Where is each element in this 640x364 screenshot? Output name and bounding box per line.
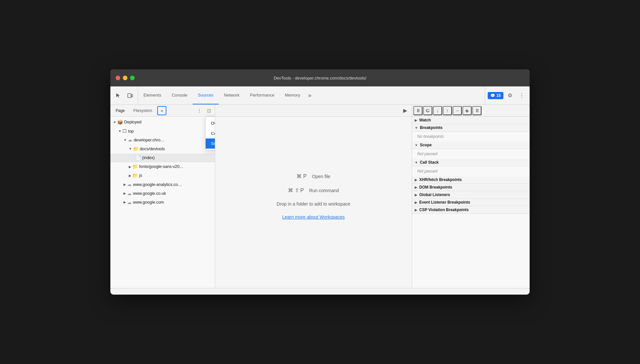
pause-exceptions-button[interactable]: ⏸ — [472, 106, 481, 115]
tree-item-js[interactable]: ▶ 📁 js — [110, 171, 215, 180]
breakpoints-section-header[interactable]: ▼ Breakpoints — [412, 124, 530, 132]
dom-label: DOM Breakpoints — [419, 185, 452, 190]
right-panel: ⏸ ↓ ↑ → ◈ ⏸ ▶ Watch ▼ Breakpoints — [412, 105, 530, 288]
sidebar-tab-page[interactable]: Page — [112, 107, 129, 114]
dropdown-item-snippets[interactable]: Snippets — [206, 138, 215, 149]
globe-icon-co-uk: ☁ — [127, 190, 132, 198]
status-bar — [110, 288, 530, 295]
inspect-element-button[interactable] — [113, 90, 123, 101]
tab-elements[interactable]: Elements — [138, 86, 166, 104]
toolbar-left — [113, 86, 138, 104]
tree-item-docs-devtools[interactable]: ▼ 📁 docs/devtools — [110, 145, 215, 154]
call-stack-section-header[interactable]: ▼ Call Stack — [412, 159, 530, 166]
file-icon-index: 📄 — [135, 154, 141, 162]
folder-icon-js: 📁 — [132, 172, 138, 180]
shortcut1-desc: Open file — [312, 174, 330, 179]
more-options-button[interactable]: ⋮ — [517, 90, 527, 101]
step-out-button[interactable]: ↑ — [443, 106, 452, 115]
more-options-icon[interactable]: ⋮ — [195, 106, 204, 115]
devtools-window: DevTools - developer.chrome.com/docs/dev… — [110, 69, 530, 295]
tree-label-developer-chrome: developer.chro… — [134, 136, 165, 144]
file-tree: ▼ 📦 Deployed ▼ ☐ top ▼ ☁ developer.chro… — [110, 117, 215, 208]
scope-arrow: ▼ — [415, 143, 418, 147]
dom-breakpoints-header[interactable]: ▶ DOM Breakpoints — [412, 184, 530, 191]
tree-label-fonts: fonts/google-sans-v20… — [139, 163, 184, 171]
titlebar: DevTools - developer.chrome.com/docs/dev… — [110, 69, 530, 86]
tree-item-google-analytics[interactable]: ▶ ☁ www.google-analytics.co… — [110, 180, 215, 189]
scope-content: Not paused — [412, 149, 530, 159]
settings-button[interactable]: ⚙ — [505, 90, 515, 101]
xhr-label: XHR/fetch Breakpoints — [419, 177, 462, 182]
maximize-button[interactable] — [130, 76, 135, 80]
pause-button[interactable]: ⏸ — [413, 106, 423, 115]
deactivate-button[interactable]: ◈ — [462, 106, 472, 115]
toolbar-right: 💬 15 ⚙ ⋮ — [485, 86, 527, 104]
tree-arrow-google-co-uk: ▶ — [123, 191, 126, 196]
watch-arrow: ▶ — [415, 118, 417, 122]
more-tabs-button[interactable]: » — [306, 86, 314, 104]
tree-item-google-co-uk[interactable]: ▶ ☁ www.google.co.uk — [110, 189, 215, 198]
xhr-breakpoints-header[interactable]: ▶ XHR/fetch Breakpoints — [412, 176, 530, 184]
badge-count: 15 — [497, 93, 501, 98]
sidebar-extra-buttons: ⋮ ◫ — [195, 106, 214, 115]
call-stack-label: Call Stack — [420, 160, 439, 165]
tree-label-top: top — [128, 128, 134, 135]
tree-item-developer-chrome[interactable]: ▼ ☁ developer.chro… — [110, 136, 215, 144]
shortcut-open-file: ⌘ P Open file — [296, 173, 330, 179]
tree-label-google-analytics: www.google-analytics.co… — [133, 181, 182, 189]
learn-workspaces-link[interactable]: Learn more about Workspaces — [282, 214, 345, 220]
cube-icon: 📦 — [117, 118, 123, 126]
close-button[interactable] — [116, 76, 120, 80]
dropdown-item-overrides[interactable]: Overrides — [206, 118, 215, 128]
tree-arrow-google-com: ▶ — [123, 199, 126, 205]
folder-icon-docs: 📁 — [133, 145, 139, 153]
center-toolbar-btn[interactable]: ▶ — [400, 105, 410, 116]
tree-item-google-com[interactable]: ▶ ☁ www.google.com — [110, 198, 215, 207]
frame-icon: ☐ — [122, 127, 127, 135]
event-listener-breakpoints-header[interactable]: ▶ Event Listener Breakpoints — [412, 199, 530, 206]
scope-label: Scope — [420, 143, 432, 147]
device-toggle-button[interactable] — [125, 90, 135, 101]
tree-arrow-deployed: ▼ — [113, 119, 116, 125]
tree-label-google-com: www.google.com — [133, 199, 164, 206]
notifications-badge[interactable]: 💬 15 — [488, 92, 503, 99]
tab-network[interactable]: Network — [219, 86, 245, 104]
minimize-button[interactable] — [123, 76, 127, 80]
tab-performance[interactable]: Performance — [245, 86, 279, 104]
tree-arrow-developer-chrome: ▼ — [123, 137, 127, 143]
sidebar-tab-filesystem[interactable]: Filesystem — [129, 107, 156, 114]
sidebar-tabs: Page Filesystem » ⋮ ◫ Overrides Content … — [110, 105, 215, 117]
sidebar-more-button[interactable]: » — [157, 106, 166, 115]
step-over-button[interactable] — [423, 106, 432, 115]
tree-arrow-fonts: ▶ — [129, 164, 131, 170]
tab-memory[interactable]: Memory — [280, 86, 306, 104]
tree-arrow-js: ▶ — [129, 173, 131, 179]
tree-item-deployed[interactable]: ▼ 📦 Deployed — [110, 118, 215, 127]
scope-section-header[interactable]: ▼ Scope — [412, 141, 530, 149]
tab-sources[interactable]: Sources — [193, 86, 219, 104]
tree-item-fonts[interactable]: ▶ 📁 fonts/google-sans-v20… — [110, 162, 215, 171]
center-toolbar: ▶ — [215, 105, 412, 117]
folder-icon-fonts: 📁 — [132, 163, 138, 171]
tree-label-docs-devtools: docs/devtools — [140, 145, 165, 153]
global-listeners-header[interactable]: ▶ Global Listeners — [412, 191, 530, 199]
watch-label: Watch — [419, 118, 431, 122]
window-title: DevTools - developer.chrome.com/docs/dev… — [116, 76, 524, 81]
step-button[interactable]: → — [453, 106, 462, 115]
globe-icon: ☁ — [128, 136, 132, 144]
tab-console[interactable]: Console — [166, 86, 193, 104]
csp-violation-breakpoints-header[interactable]: ▶ CSP Violation Breakpoints — [412, 206, 530, 214]
step-into-button[interactable]: ↓ — [433, 106, 442, 115]
tree-item-index[interactable]: 📄 (index) — [110, 154, 215, 162]
watch-section-header[interactable]: ▶ Watch — [412, 117, 530, 124]
breakpoints-arrow: ▼ — [415, 126, 418, 130]
tree-item-top[interactable]: ▼ ☐ top — [110, 127, 215, 136]
tree-label-google-co-uk: www.google.co.uk — [133, 190, 166, 197]
collapse-icon[interactable]: ◫ — [204, 106, 214, 115]
tree-arrow-top: ▼ — [118, 128, 122, 134]
main-toolbar: Elements Console Sources Network Perform… — [110, 86, 530, 105]
tree-label-js: js — [139, 172, 142, 179]
call-stack-arrow: ▼ — [415, 161, 418, 164]
main-content: Page Filesystem » ⋮ ◫ Overrides Content … — [110, 105, 530, 288]
dropdown-item-content-scripts[interactable]: Content scripts — [206, 128, 215, 138]
